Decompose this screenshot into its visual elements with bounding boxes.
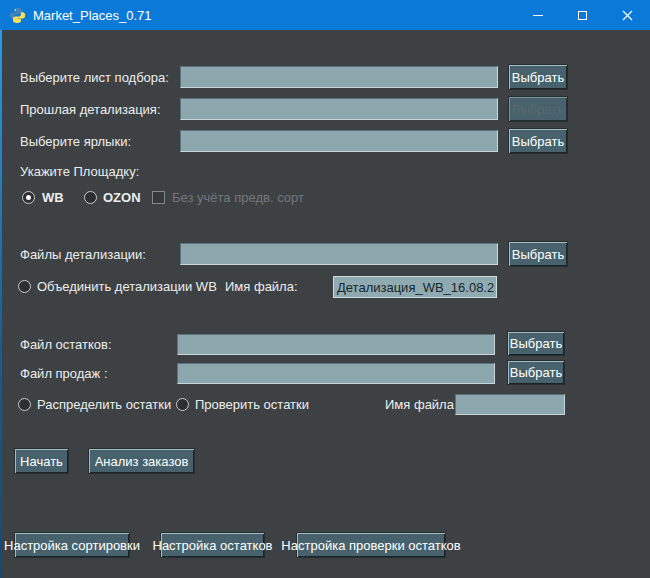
merge-details-radio[interactable] — [18, 280, 31, 293]
minimize-button[interactable] — [515, 0, 560, 30]
stock-check-settings-button[interactable]: Настройка проверки остатков — [296, 532, 446, 558]
merge-filename-label: Имя файла: — [225, 278, 298, 295]
detail-files-path-input[interactable] — [180, 243, 498, 265]
platform-ozon-radio[interactable] — [84, 191, 97, 204]
sheet-path-input[interactable] — [180, 66, 498, 88]
result-filename-label: Имя файла — [385, 396, 454, 413]
window-left-border — [0, 30, 2, 578]
close-button[interactable] — [605, 0, 650, 30]
sheet-choose-button[interactable]: Выбрать — [508, 64, 568, 90]
no-presort-label: Без учёта предв. сорт — [172, 189, 304, 206]
sales-file-label: Файл продаж : — [20, 363, 108, 384]
titlebar: Market_Places_0.71 — [0, 0, 650, 30]
platform-wb-label[interactable]: WB — [42, 189, 64, 206]
distribute-stock-radio[interactable] — [18, 398, 31, 411]
maximize-button[interactable] — [560, 0, 605, 30]
minimize-icon — [533, 15, 543, 16]
detail-files-choose-button[interactable]: Выбрать — [508, 241, 568, 267]
stocks-settings-button[interactable]: Настройка остатков — [160, 532, 265, 558]
merge-filename-input[interactable]: Детализация_WB_16.08.2 — [333, 276, 497, 298]
prev-detail-label: Прошлая детализация: — [20, 98, 161, 120]
start-button[interactable]: Начать — [14, 448, 69, 474]
stock-file-path-input[interactable] — [177, 334, 495, 355]
sales-file-choose-button[interactable]: Выбрать — [507, 360, 565, 385]
detail-files-label: Файлы детализации: — [20, 243, 146, 265]
tags-label: Выберите ярлыки: — [20, 130, 131, 152]
platform-ozon-label[interactable]: OZON — [103, 189, 141, 206]
no-presort-checkbox — [152, 191, 165, 204]
check-stock-label[interactable]: Проверить остатки — [195, 396, 309, 413]
sorting-settings-button[interactable]: Настройка сортировки — [14, 532, 130, 558]
platform-wb-radio[interactable] — [22, 191, 35, 204]
maximize-icon — [578, 11, 587, 20]
python-icon — [9, 7, 26, 24]
platform-label: Укажите Площадку: — [20, 162, 139, 180]
stock-file-label: Файл остатков: — [20, 334, 112, 355]
check-stock-radio[interactable] — [176, 398, 189, 411]
form-area: Выберите лист подбора: Выбрать Прошлая д… — [0, 30, 650, 578]
tags-choose-button[interactable]: Выбрать — [508, 128, 568, 154]
prev-detail-path-input[interactable] — [180, 98, 498, 120]
window-title: Market_Places_0.71 — [33, 8, 152, 23]
caption-buttons — [515, 0, 650, 30]
app-window: Market_Places_0.71 Выберите лист подбора… — [0, 0, 650, 578]
tags-path-input[interactable] — [180, 130, 498, 152]
stock-file-choose-button[interactable]: Выбрать — [507, 331, 565, 356]
sales-file-path-input[interactable] — [177, 363, 495, 384]
prev-detail-choose-button: Выбрать — [508, 96, 568, 122]
merge-details-label[interactable]: Объединить детализации WB — [37, 278, 217, 295]
analyze-orders-button[interactable]: Анализ заказов — [88, 448, 195, 474]
distribute-stock-label[interactable]: Распределить остатки — [37, 396, 171, 413]
close-icon — [622, 10, 633, 21]
sheet-label: Выберите лист подбора: — [20, 66, 169, 88]
result-filename-input[interactable] — [455, 394, 565, 415]
